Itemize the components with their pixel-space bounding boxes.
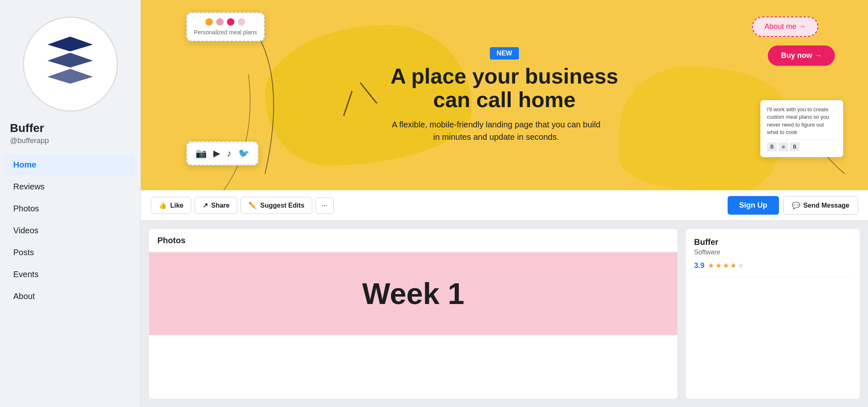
- action-right: Sign Up 💬 Send Message: [728, 196, 858, 215]
- info-page-name: Buffer: [694, 237, 851, 247]
- like-icon: 👍: [159, 201, 167, 209]
- send-message-button[interactable]: 💬 Send Message: [783, 196, 858, 215]
- star-2: ★: [715, 261, 722, 270]
- photos-panel: Photos Week 1: [149, 229, 678, 399]
- sidebar-item-photos[interactable]: Photos: [3, 198, 137, 219]
- sidebar-item-posts[interactable]: Posts: [3, 242, 137, 263]
- cover-subtext: A flexible, mobile-friendly landing page…: [388, 118, 604, 143]
- star-1: ★: [708, 261, 714, 270]
- sidebar-nav: Home Reviews Photos Videos Posts Events …: [0, 153, 140, 308]
- signup-button[interactable]: Sign Up: [728, 196, 779, 215]
- main-content: Personalized meal plans 📷 ▶ ♪ 🐦 NEW A pl…: [141, 0, 868, 407]
- format-button[interactable]: B: [790, 142, 800, 151]
- cover-center-text: NEW A place your business can call home …: [388, 47, 620, 143]
- like-button[interactable]: 👍 Like: [151, 197, 191, 214]
- action-bar: 👍 Like ↗ Share ✏️ Suggest Edits ··· Sign…: [141, 190, 868, 221]
- suggest-edits-button[interactable]: ✏️ Suggest Edits: [241, 197, 312, 214]
- share-icon: ↗: [203, 201, 208, 209]
- rating-row: 3.9 ★ ★ ★ ★ ★: [694, 261, 851, 270]
- editor-text: I'll work with you to create custom meal…: [767, 106, 829, 135]
- page-avatar: [23, 17, 118, 112]
- sidebar-page-handle: @bufferapp: [0, 136, 49, 145]
- star-rating: ★ ★ ★ ★ ★: [708, 261, 744, 270]
- divider: [694, 277, 851, 277]
- sidebar-item-events[interactable]: Events: [3, 264, 137, 285]
- info-category: Software: [694, 249, 851, 256]
- bottom-section: Photos Week 1 Buffer Software 3.9 ★ ★ ★ …: [141, 221, 868, 407]
- sidebar-item-reviews[interactable]: Reviews: [3, 176, 137, 197]
- sidebar-item-videos[interactable]: Videos: [3, 220, 137, 241]
- edit-icon: ✏️: [248, 201, 257, 209]
- photos-section-title: Photos: [149, 229, 678, 252]
- new-badge: NEW: [490, 47, 518, 60]
- buy-now-button[interactable]: Buy now →: [768, 45, 835, 66]
- info-panel: Buffer Software 3.9 ★ ★ ★ ★ ★: [686, 229, 860, 399]
- sidebar-item-about[interactable]: About: [3, 286, 137, 307]
- rating-number: 3.9: [694, 261, 704, 270]
- star-3: ★: [723, 261, 729, 270]
- more-options-button[interactable]: ···: [316, 197, 333, 214]
- star-5: ★: [738, 261, 744, 270]
- cover-photo: Personalized meal plans 📷 ▶ ♪ 🐦 NEW A pl…: [141, 0, 868, 190]
- week-preview-text: Week 1: [362, 277, 465, 311]
- editor-card: I'll work with you to create custom meal…: [760, 100, 843, 157]
- star-4: ★: [730, 261, 737, 270]
- about-me-button[interactable]: About me →: [752, 17, 818, 37]
- buffer-logo-icon: [48, 37, 93, 92]
- photo-preview: Week 1: [149, 252, 678, 335]
- share-button[interactable]: ↗ Share: [195, 197, 237, 214]
- sidebar-item-home[interactable]: Home: [3, 154, 137, 175]
- bold-button[interactable]: B: [767, 142, 777, 151]
- sidebar: Buffer @bufferapp Home Reviews Photos Vi…: [0, 0, 141, 407]
- cover-headline: A place your business can call home: [388, 65, 620, 112]
- action-left: 👍 Like ↗ Share ✏️ Suggest Edits ···: [151, 197, 334, 214]
- align-button[interactable]: ≡: [779, 142, 788, 151]
- editor-toolbar: B ≡ B: [767, 139, 837, 151]
- sidebar-page-name: Buffer: [0, 122, 44, 135]
- messenger-icon: 💬: [792, 201, 800, 209]
